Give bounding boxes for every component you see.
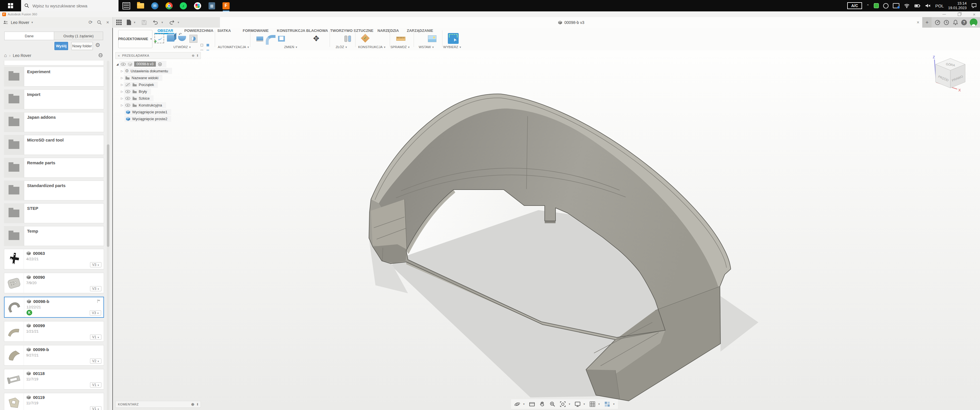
start-button[interactable] xyxy=(0,0,21,11)
calculator-icon[interactable]: ▦ xyxy=(208,2,216,10)
tray-ac-badge[interactable]: A/C xyxy=(847,2,862,9)
expand-icon[interactable]: ▷ xyxy=(120,90,124,93)
shared-views-globe-icon[interactable] xyxy=(98,52,103,58)
visibility-eye-off-icon[interactable] xyxy=(125,83,130,87)
redo-icon[interactable]: ▼ xyxy=(169,19,180,25)
3d-viewport[interactable]: « PRZEGLĄDARKA ⊖‖ ◢ 00098-b v3 ▷ ⚙Ustawi… xyxy=(113,51,980,410)
tray-cast-icon[interactable] xyxy=(893,3,899,8)
viewports-icon[interactable]: ▼ xyxy=(604,401,615,407)
look-at-tool-icon[interactable] xyxy=(529,401,535,407)
group-automatyzacja[interactable]: AUTOMATYZACJA▼ xyxy=(218,45,249,49)
fillet-icon[interactable] xyxy=(266,33,275,43)
visibility-eye-icon[interactable] xyxy=(125,90,130,94)
tray-expand-icon[interactable]: ⌃ xyxy=(866,4,869,8)
version-dropdown[interactable]: V3▼ xyxy=(90,310,101,315)
panel-close-icon[interactable]: × xyxy=(106,20,109,25)
settings-gear-icon[interactable]: ⚙ xyxy=(95,41,100,48)
close-button[interactable]: × xyxy=(973,12,975,16)
file-item[interactable]: 00099-b 9/27/21 V2▼ xyxy=(4,345,104,366)
ribbon-tab-siatka[interactable]: SIATKA xyxy=(217,29,231,33)
construction-plane-icon[interactable] xyxy=(360,33,370,43)
visibility-eye-icon[interactable] xyxy=(121,62,126,66)
file-item[interactable]: 00118 11/7/19 V1▼ xyxy=(4,369,104,389)
visibility-eye-icon[interactable] xyxy=(125,97,130,100)
joint-icon[interactable] xyxy=(343,36,352,45)
volume-muted-icon[interactable] xyxy=(925,3,931,9)
job-status-icon[interactable] xyxy=(943,19,950,25)
measure-icon[interactable] xyxy=(396,33,406,43)
active-project-name[interactable]: Leo Rover xyxy=(11,20,29,25)
revolve-icon[interactable] xyxy=(177,33,187,43)
ribbon-tab-formowanie[interactable]: FORMOWANIE xyxy=(243,29,269,33)
version-dropdown[interactable]: V1▼ xyxy=(90,382,102,388)
expand-icon[interactable]: ▷ xyxy=(120,103,124,107)
select-tool-icon[interactable] xyxy=(448,33,458,43)
notification-center-icon[interactable] xyxy=(971,3,977,9)
expand-icon[interactable]: ◢ xyxy=(115,63,119,66)
wifi-icon[interactable] xyxy=(904,3,910,9)
ribbon-tab-tworzywo-sztuczne[interactable]: TWORZYWO SZTUCZNE xyxy=(330,29,374,33)
hole-icon[interactable] xyxy=(189,33,198,43)
shell-icon[interactable] xyxy=(277,33,286,43)
version-dropdown[interactable]: V1▼ xyxy=(90,406,102,410)
tree-row-extrude2[interactable]: Wyciągnięcie proste2 xyxy=(115,115,201,122)
activate-target-icon[interactable] xyxy=(158,62,162,67)
add-comment-icon[interactable]: ⊕ xyxy=(191,402,194,407)
group-sprawdz[interactable]: SPRAWDŹ▼ xyxy=(391,45,410,49)
panel-search-icon[interactable] xyxy=(97,20,102,25)
folder-item[interactable]: Temp xyxy=(4,226,104,246)
grid-settings-icon[interactable]: ▼ xyxy=(589,401,600,407)
version-dropdown[interactable]: V3▼ xyxy=(90,262,102,267)
restore-button[interactable] xyxy=(958,13,961,16)
ribbon-tab-zarzadzanie[interactable]: ZARZĄDZANIE xyxy=(407,29,433,33)
help-icon[interactable]: ? xyxy=(961,20,967,25)
task-view-icon[interactable] xyxy=(123,2,130,10)
ribbon-tab-powierzchnia[interactable]: POWIERZCHNIA xyxy=(184,29,213,33)
file-item[interactable]: 00099 1/21/21 V1▼ xyxy=(4,321,104,342)
zoom-tool-icon[interactable] xyxy=(549,401,556,407)
tree-row-construction[interactable]: ▷ Konstrukcyjna xyxy=(115,102,201,108)
tree-row-extrude1[interactable]: Wyciągnięcie proste1 xyxy=(115,108,201,115)
folder-item[interactable]: Standardized parts xyxy=(4,181,104,200)
fit-view-icon[interactable]: ▼ xyxy=(560,401,571,407)
display-settings-icon[interactable]: ▼ xyxy=(574,401,585,407)
panel-scrollbar-thumb[interactable] xyxy=(107,145,110,247)
language-indicator[interactable]: POL xyxy=(935,3,944,8)
group-konstrukcja[interactable]: KONSTRUKCJA▼ xyxy=(358,45,386,49)
comments-grip-icon[interactable]: ‖ xyxy=(197,403,198,406)
tab-osoby[interactable]: Osoby (1 żądanie) xyxy=(54,32,103,40)
tree-row-document-settings[interactable]: ▷ ⚙Ustawienia dokumentu xyxy=(115,67,201,74)
file-item[interactable]: 00090 7/9/20 V3▼ xyxy=(4,273,104,293)
taskbar-search[interactable] xyxy=(21,0,119,11)
new-folder-button[interactable]: Nowy folder xyxy=(71,42,93,50)
workspace-selector-button[interactable]: PROJEKTOWANIE▼ xyxy=(118,30,153,48)
minimize-button[interactable]: — xyxy=(942,13,946,16)
fusion-360-icon[interactable]: F xyxy=(222,2,230,10)
tree-row-origin[interactable]: ▷ Początek xyxy=(115,81,201,88)
slack-icon[interactable] xyxy=(194,2,201,10)
data-panel-toggle-icon[interactable] xyxy=(116,20,122,25)
document-tab-close-icon[interactable]: × xyxy=(917,20,919,25)
breadcrumb-project[interactable]: Leo Rover xyxy=(13,53,31,58)
taskbar-clock[interactable]: 15:14 19.01.2023 xyxy=(948,1,967,11)
tray-ring-icon[interactable] xyxy=(883,3,889,8)
spotify-icon[interactable]: ♪ xyxy=(180,2,187,10)
visibility-eye-icon[interactable] xyxy=(125,103,130,107)
browser-remove-icon[interactable]: ⊖ xyxy=(192,54,194,57)
flag-icon[interactable] xyxy=(97,299,101,304)
orbit-tool-icon[interactable]: ▼ xyxy=(514,401,525,407)
browser-header[interactable]: « PRZEGLĄDARKA ⊖‖ xyxy=(115,52,201,59)
undo-icon[interactable]: ▼ xyxy=(153,19,164,25)
view-cube[interactable]: Z X GÓRA PRZÓD PRAWO xyxy=(928,54,973,94)
press-pull-icon[interactable] xyxy=(255,33,265,43)
folder-item[interactable]: Remade parts xyxy=(4,158,104,178)
create-sketch-icon[interactable]: + xyxy=(154,33,164,43)
folder-item[interactable]: Experiment xyxy=(4,67,104,87)
tree-row-sketches[interactable]: ▷ Szkice xyxy=(115,95,201,102)
extrude-icon[interactable]: ↑ xyxy=(166,33,175,43)
document-tab[interactable]: 00098-b v3 × xyxy=(220,17,922,28)
version-dropdown[interactable]: V1▼ xyxy=(90,335,102,340)
tree-root-row[interactable]: ◢ 00098-b v3 xyxy=(115,60,201,67)
expand-icon[interactable]: ▷ xyxy=(120,97,124,100)
group-zmien[interactable]: ZMIEŃ▼ xyxy=(284,45,298,49)
